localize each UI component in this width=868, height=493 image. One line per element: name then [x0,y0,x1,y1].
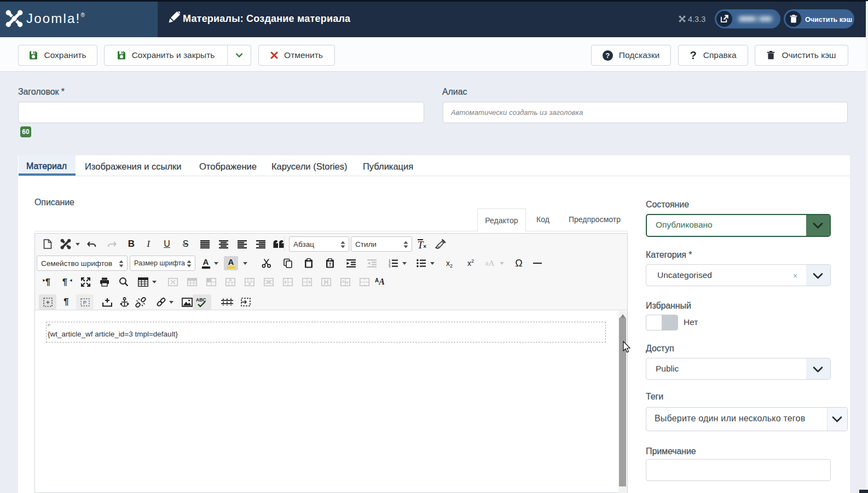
svg-text:P: P [83,300,86,305]
svg-text:T: T [328,262,332,267]
svg-text:¶: ¶ [45,277,50,287]
svg-text:3: 3 [389,265,391,268]
svg-text:¶: ¶ [62,277,67,287]
